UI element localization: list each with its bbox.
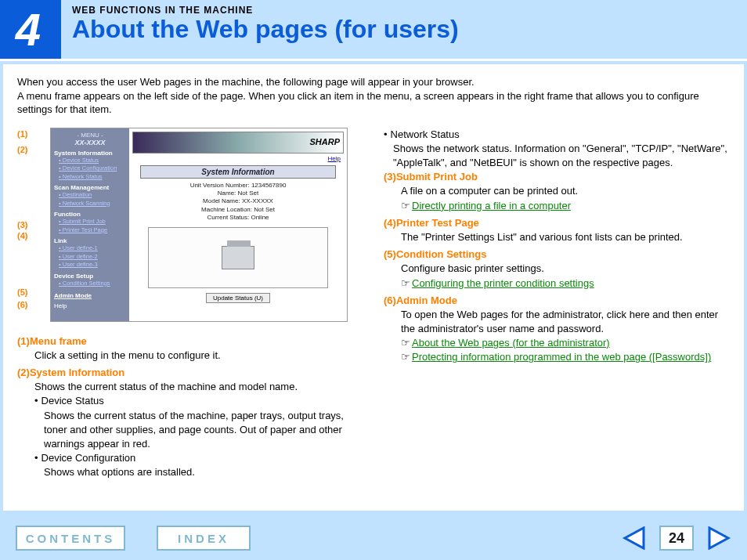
- bullet-icon: [384, 128, 388, 142]
- screenshot-menu-item: • Network Status: [54, 173, 126, 182]
- section-label: WEB FUNCTIONS IN THE MACHINE: [72, 5, 459, 16]
- intro-text: When you access the user Web pages in th…: [17, 75, 730, 117]
- screenshot-menu-item: • Destination: [54, 191, 126, 200]
- callout-1: (1): [17, 129, 27, 139]
- description-heading: (4)Printer Test Page: [384, 216, 730, 230]
- description-body: Configure basic printer settings.: [384, 262, 730, 276]
- bullet-heading: Device Status: [42, 394, 104, 408]
- bullet-heading: Network Status: [391, 128, 460, 142]
- description-item: (6)Admin ModeTo open the Web pages for t…: [384, 294, 730, 365]
- screenshot-info-lines: Unit Version Number: 1234567890Name: Not…: [132, 182, 344, 222]
- callout-3: (3): [17, 220, 27, 229]
- prev-page-button[interactable]: [622, 526, 645, 550]
- svg-marker-1: [709, 528, 728, 548]
- screenshot-menu-group: Scan Management: [54, 184, 126, 191]
- screenshot-panel-title: System Information: [140, 165, 336, 179]
- page-header: 4 WEB FUNCTIONS IN THE MACHINE About the…: [0, 0, 747, 61]
- screenshot-banner: SHARP: [132, 132, 344, 154]
- description-body: The "Printer Settings List" and various …: [384, 230, 730, 244]
- cross-ref-link[interactable]: Configuring the printer condition settin…: [412, 277, 594, 289]
- screenshot-menu-group: Device Setup: [54, 273, 126, 280]
- bullet-description: Shows the current status of the machine,…: [17, 409, 362, 452]
- pointer-icon: ☞: [401, 200, 410, 211]
- cross-ref-link[interactable]: Directly printing a file in a computer: [412, 200, 571, 211]
- screenshot-menu-item: • User define-1: [54, 244, 126, 253]
- screenshot-main-frame: SHARP Help System Information Unit Versi…: [129, 128, 347, 321]
- footer-bar: CONTENTS INDEX 24: [0, 516, 747, 560]
- cross-ref-link[interactable]: About the Web pages (for the administrat…: [412, 337, 610, 349]
- left-description-list: (1)Menu frameClick a setting in the menu…: [17, 334, 362, 480]
- screenshot-menu-item: • Condition Settings: [54, 280, 126, 288]
- cross-ref-link[interactable]: Protecting information programmed in the…: [412, 351, 711, 363]
- description-item: (4)Printer Test PageThe "Printer Setting…: [384, 216, 730, 244]
- screenshot-update-button: Update Status (U): [206, 293, 270, 303]
- screenshot-menu-group: Link: [54, 237, 126, 244]
- printer-icon: [222, 246, 254, 269]
- screenshot-menu-group: System Information: [54, 150, 126, 157]
- description-heading: (1)Menu frame: [17, 334, 362, 349]
- screenshot-wrap: (1) (2) (3) (4) (5) (6) - MENU - XX-XXXX…: [17, 128, 362, 322]
- screenshot-main-help: Help: [132, 154, 344, 164]
- content-area: When you access the user Web pages in th…: [3, 64, 744, 511]
- screenshot-help: Help: [54, 302, 126, 309]
- page-number-box: 24: [659, 526, 694, 551]
- description-item: (5)Condition SettingsConfigure basic pri…: [384, 247, 730, 291]
- cross-ref-row: ☞About the Web pages (for the administra…: [384, 336, 730, 350]
- cross-ref-row: ☞Protecting information programmed in th…: [384, 350, 730, 364]
- description-item: (2)System InformationShows the current s…: [17, 366, 362, 480]
- pointer-icon: ☞: [401, 277, 410, 289]
- callout-2: (2): [17, 145, 27, 154]
- pointer-icon: ☞: [401, 351, 410, 363]
- screenshot-admin-mode: Admin Mode: [54, 292, 126, 299]
- description-heading: (3)Submit Print Job: [384, 170, 730, 184]
- bullet-description: Shows what options are installed.: [17, 465, 362, 479]
- pointer-icon: ☞: [401, 337, 410, 349]
- cross-ref-row: ☞Directly printing a file in a computer: [384, 199, 730, 213]
- triangle-left-icon: [622, 526, 645, 550]
- right-column: Network Status Shows the network status.…: [384, 128, 730, 483]
- screenshot-menu-frame: - MENU - XX-XXXX System Information• Dev…: [51, 128, 129, 321]
- screenshot-menu-item: • Device Configuration: [54, 164, 126, 173]
- sub-bullet: Device Status: [17, 394, 362, 408]
- screenshot-model: XX-XXXX: [54, 139, 126, 146]
- description-heading: (2)System Information: [17, 366, 362, 380]
- bullet-network-status: Network Status: [384, 128, 730, 142]
- callout-4: (4): [17, 231, 27, 240]
- screenshot-menu-group: Function: [54, 211, 126, 218]
- description-body: To open the Web pages for the administra…: [384, 308, 730, 336]
- screenshot-menu-item: • User define-3: [54, 261, 126, 269]
- sub-bullet: Device Configuration: [17, 451, 362, 465]
- chapter-number: 4: [0, 0, 61, 59]
- screenshot-menu-item: • User define-2: [54, 253, 126, 262]
- triangle-right-icon: [708, 526, 731, 550]
- screenshot-menu-item: • Device Status: [54, 157, 126, 165]
- description-body: A file on a computer can be printed out.: [384, 184, 730, 198]
- left-column: (1) (2) (3) (4) (5) (6) - MENU - XX-XXXX…: [17, 128, 362, 483]
- cross-ref-row: ☞Configuring the printer condition setti…: [384, 276, 730, 291]
- description-heading: (6)Admin Mode: [384, 294, 730, 308]
- index-button[interactable]: INDEX: [157, 526, 251, 551]
- screenshot-menu-title: - MENU -: [54, 132, 126, 139]
- bullet-heading: Device Configuration: [42, 451, 136, 465]
- screenshot-image-box: [148, 227, 328, 288]
- description-heading: (5)Condition Settings: [384, 247, 730, 262]
- page-title: About the Web pages (for users): [72, 16, 459, 43]
- header-text: WEB FUNCTIONS IN THE MACHINE About the W…: [61, 0, 467, 59]
- bullet-icon: [34, 394, 38, 408]
- svg-marker-0: [625, 528, 644, 548]
- callout-6: (6): [17, 300, 27, 309]
- description-item: (1)Menu frameClick a setting in the menu…: [17, 334, 362, 363]
- embedded-screenshot: - MENU - XX-XXXX System Information• Dev…: [50, 128, 348, 322]
- description-body: Shows the current status of the machine …: [17, 380, 362, 394]
- screenshot-menu-item: • Printer Test Page: [54, 226, 126, 235]
- callout-5: (5): [17, 287, 27, 297]
- contents-button[interactable]: CONTENTS: [16, 526, 125, 551]
- description-item: (3)Submit Print JobA file on a computer …: [384, 170, 730, 213]
- bullet-icon: [34, 451, 38, 465]
- bullet-network-status-desc: Shows the network status. Information on…: [384, 142, 730, 170]
- description-body: Click a setting in the menu to configure…: [17, 349, 362, 363]
- screenshot-menu-item: • Network Scanning: [54, 200, 126, 208]
- screenshot-brand: SHARP: [309, 137, 340, 146]
- screenshot-menu-item: • Submit Print Job: [54, 218, 126, 226]
- next-page-button[interactable]: [708, 526, 731, 550]
